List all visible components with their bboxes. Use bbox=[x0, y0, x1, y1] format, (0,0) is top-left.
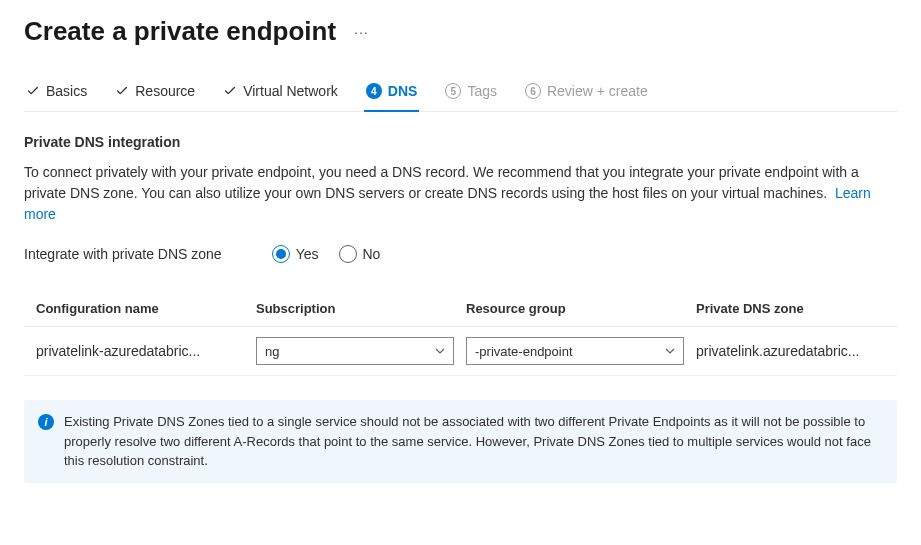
dns-config-table: Configuration name Subscription Resource… bbox=[24, 291, 897, 376]
info-icon: i bbox=[38, 414, 54, 430]
check-icon bbox=[115, 84, 129, 98]
tab-label: Resource bbox=[135, 83, 195, 99]
table-row: privatelink-azuredatabric... ng -private… bbox=[24, 327, 897, 376]
tab-dns[interactable]: 4 DNS bbox=[364, 75, 420, 111]
info-callout: i Existing Private DNS Zones tied to a s… bbox=[24, 400, 897, 483]
select-value: ng bbox=[265, 344, 279, 359]
step-number-icon: 6 bbox=[525, 83, 541, 99]
dns-description: To connect privately with your private e… bbox=[24, 162, 884, 225]
cell-dns-zone: privatelink.azuredatabric... bbox=[696, 343, 885, 359]
radio-no[interactable]: No bbox=[339, 245, 381, 263]
select-value: -private-endpoint bbox=[475, 344, 573, 359]
tab-basics[interactable]: Basics bbox=[24, 75, 89, 111]
radio-label: Yes bbox=[296, 246, 319, 262]
resource-group-select[interactable]: -private-endpoint bbox=[466, 337, 684, 365]
tab-review-create[interactable]: 6 Review + create bbox=[523, 75, 650, 111]
more-icon[interactable]: ··· bbox=[354, 24, 369, 40]
step-number-icon: 4 bbox=[366, 83, 382, 99]
tab-label: Tags bbox=[467, 83, 497, 99]
tab-label: Virtual Network bbox=[243, 83, 338, 99]
tab-label: Review + create bbox=[547, 83, 648, 99]
chevron-down-icon bbox=[435, 344, 445, 359]
integrate-label: Integrate with private DNS zone bbox=[24, 246, 222, 262]
step-number-icon: 5 bbox=[445, 83, 461, 99]
section-title-dns-integration: Private DNS integration bbox=[24, 134, 897, 150]
check-icon bbox=[223, 84, 237, 98]
info-text: Existing Private DNS Zones tied to a sin… bbox=[64, 412, 883, 471]
check-icon bbox=[26, 84, 40, 98]
wizard-tabs: Basics Resource Virtual Network 4 DNS 5 … bbox=[24, 75, 897, 112]
tab-virtual-network[interactable]: Virtual Network bbox=[221, 75, 340, 111]
tab-resource[interactable]: Resource bbox=[113, 75, 197, 111]
chevron-down-icon bbox=[665, 344, 675, 359]
subscription-select[interactable]: ng bbox=[256, 337, 454, 365]
col-header-config-name: Configuration name bbox=[36, 301, 256, 316]
dns-description-text: To connect privately with your private e… bbox=[24, 164, 859, 201]
integrate-radio-group: Yes No bbox=[272, 245, 381, 263]
table-header: Configuration name Subscription Resource… bbox=[24, 291, 897, 327]
radio-icon bbox=[272, 245, 290, 263]
tab-label: Basics bbox=[46, 83, 87, 99]
tab-label: DNS bbox=[388, 83, 418, 99]
radio-label: No bbox=[363, 246, 381, 262]
cell-config-name: privatelink-azuredatabric... bbox=[36, 343, 256, 359]
radio-yes[interactable]: Yes bbox=[272, 245, 319, 263]
radio-icon bbox=[339, 245, 357, 263]
col-header-subscription: Subscription bbox=[256, 301, 466, 316]
col-header-resource-group: Resource group bbox=[466, 301, 696, 316]
page-title: Create a private endpoint bbox=[24, 16, 336, 47]
col-header-zone: Private DNS zone bbox=[696, 301, 885, 316]
tab-tags[interactable]: 5 Tags bbox=[443, 75, 499, 111]
